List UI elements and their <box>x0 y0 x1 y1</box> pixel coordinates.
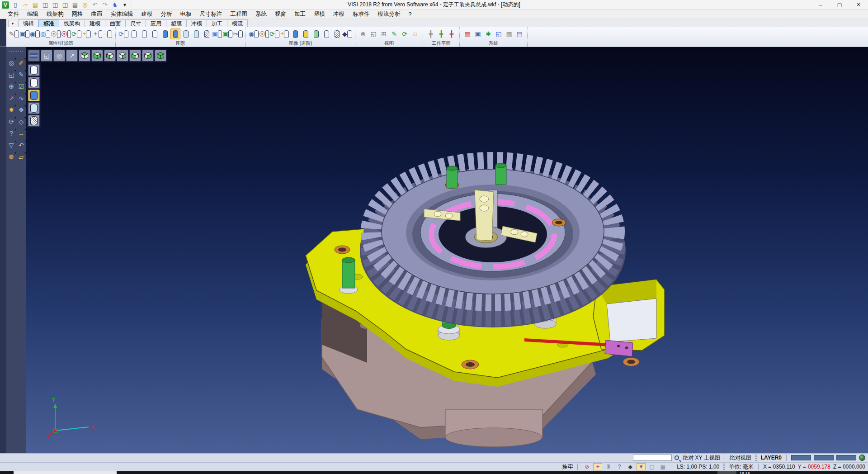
copy-view-icon[interactable]: ▣ <box>212 28 222 39</box>
shield-icon[interactable]: ◆ <box>342 28 352 39</box>
color-swatch[interactable] <box>836 455 856 460</box>
dynamic-pan-icon[interactable]: ✎ <box>389 28 399 39</box>
paste-view-icon[interactable]: ▣ <box>222 28 232 39</box>
hatch-mode-icon[interactable] <box>202 28 212 39</box>
refresh-model-icon[interactable]: ⟳ <box>6 117 16 127</box>
view-bottom-icon[interactable] <box>91 50 103 62</box>
save-icon[interactable]: ◫ <box>41 1 50 9</box>
edit-trim-icon[interactable]: ✐ <box>16 58 26 68</box>
import-file-icon[interactable]: ▤ <box>31 1 40 9</box>
ribbon-tab[interactable]: 标准 <box>38 19 59 27</box>
menu-item[interactable]: 塑模 <box>310 10 329 19</box>
menu-item[interactable]: 视窗 <box>271 10 290 19</box>
refresh-view-icon[interactable]: ⟳ <box>400 28 410 39</box>
show-entities-icon[interactable]: ◉ <box>30 28 40 39</box>
solid-cube-icon[interactable]: ◇ <box>16 117 26 127</box>
grid-settings-icon[interactable]: ▦ <box>504 28 514 39</box>
workplane-standard-icon[interactable]: ╋ <box>426 28 436 39</box>
axes-triad-icon[interactable]: ↗ <box>6 93 16 103</box>
close-button[interactable]: ✕ <box>849 0 868 10</box>
open-file-icon[interactable]: ▱ <box>21 1 30 9</box>
layer-manager-icon[interactable]: ▤ <box>514 28 524 39</box>
menu-item[interactable]: 标准件 <box>349 10 374 19</box>
menu-item[interactable]: 线架构 <box>42 10 68 19</box>
solid-white-icon[interactable] <box>321 28 331 39</box>
menu-item[interactable]: 曲面 <box>87 10 107 19</box>
qat-dropdown-icon[interactable]: ▾ <box>120 1 129 9</box>
measure-icon[interactable]: ↔ <box>16 128 26 138</box>
ribbon-tab[interactable]: 加工 <box>207 19 227 27</box>
workplane-entity-icon[interactable]: ╋ <box>436 28 446 39</box>
screen-config-icon[interactable]: ▣ <box>473 28 483 39</box>
advanced-toggle-icon[interactable]: ± <box>280 28 290 39</box>
render-smile-icon[interactable]: ☺ <box>410 28 420 39</box>
view-orientation-label[interactable]: 绝对 XY 上视图 <box>683 454 720 462</box>
attributes-paint-icon[interactable]: ✸ <box>6 105 16 115</box>
view-top-icon[interactable] <box>79 50 90 62</box>
view-mode-label[interactable]: 绝对视图 <box>730 454 751 462</box>
menu-item[interactable]: 分析 <box>157 10 176 19</box>
gem-snap-icon[interactable]: ◆ <box>626 463 635 470</box>
shade-solid-icon[interactable] <box>28 90 40 101</box>
menu-item[interactable]: 系统 <box>251 10 271 19</box>
menu-item[interactable]: 加工 <box>290 10 310 19</box>
menu-item[interactable]: ? <box>405 10 416 19</box>
open-dock-icon[interactable]: ▱ <box>16 152 26 162</box>
help-icon[interactable]: ? <box>6 128 16 138</box>
zoom-window-icon[interactable]: ◱ <box>368 28 378 39</box>
attribute-image-icon[interactable]: ▣ <box>19 28 29 39</box>
spline-icon[interactable]: ∿ <box>16 93 26 103</box>
ribbon-tab[interactable]: 冲模 <box>186 19 207 27</box>
flat-mode-icon[interactable] <box>191 28 201 39</box>
solid-blue-icon[interactable] <box>290 28 300 39</box>
filter-traffic-2-icon[interactable]: ⦿ <box>61 28 71 39</box>
wireframe-hidden-mode-icon[interactable] <box>139 28 149 39</box>
search-icon[interactable] <box>675 455 679 460</box>
advanced-show-icon[interactable]: ◉ <box>249 28 259 39</box>
ribbon-tab[interactable]: 建模 <box>85 19 105 27</box>
menu-item[interactable]: 工程图 <box>226 10 252 19</box>
menu-item[interactable]: 冲模 <box>329 10 349 19</box>
shade-hidden-line-icon[interactable] <box>28 77 40 89</box>
undo-icon[interactable]: ↶ <box>90 1 99 9</box>
undo-dock-icon[interactable]: ↶ <box>16 140 26 150</box>
shade-hatch-icon[interactable] <box>28 115 40 127</box>
menu-item[interactable]: 实体编辑 <box>107 10 137 19</box>
ribbon-tab[interactable]: 塑膜 <box>166 19 187 27</box>
save-as-icon[interactable]: ◫ <box>51 1 60 9</box>
toggle-visibility-icon[interactable]: ± <box>82 28 92 39</box>
view-frame-icon[interactable]: ⊞ <box>379 28 389 39</box>
system-settings-icon[interactable]: ✱ <box>483 28 493 39</box>
navigation-wheel-icon[interactable]: ☸ <box>6 152 16 162</box>
toolbar-handle-icon[interactable] <box>28 50 40 62</box>
refresh-visibility-icon[interactable]: ⟳ <box>71 28 81 39</box>
wireframe-dashed-mode-icon[interactable] <box>150 28 160 39</box>
status-help-icon[interactable]: ? <box>615 463 624 470</box>
active-layer-label[interactable]: LAYER0 <box>761 455 782 461</box>
menu-item[interactable]: 模流分析 <box>374 10 405 19</box>
minimize-button[interactable]: ─ <box>811 0 830 10</box>
fit-view-icon[interactable]: ◱ <box>41 50 52 62</box>
redo-icon[interactable]: ↷ <box>100 1 109 9</box>
taskbar-app-button[interactable] <box>14 471 117 474</box>
ribbon-tab[interactable]: 编辑 <box>18 19 39 27</box>
solid-hatch-icon[interactable] <box>332 28 342 39</box>
advanced-filter-icon[interactable]: ⦿ <box>259 28 269 39</box>
remove-filter-icon[interactable]: − <box>103 28 113 39</box>
validate-icon[interactable]: ☑ <box>16 81 26 91</box>
menu-item[interactable]: 电极 <box>176 10 196 19</box>
zoom-view-icon[interactable]: ◎ <box>53 50 65 62</box>
workplane-view-icon[interactable]: ╋ <box>447 28 457 39</box>
tab-dropdown-button[interactable]: ▼ <box>8 20 17 27</box>
snap-lock-label[interactable]: 拴牢 <box>562 463 573 471</box>
maximize-button[interactable]: ▢ <box>830 0 849 10</box>
print-icon[interactable]: ▤ <box>71 1 80 9</box>
taskbar-tray-button[interactable] <box>717 471 736 474</box>
filter-traffic-icon[interactable]: ⦿ <box>51 28 61 39</box>
solid-snap-icon[interactable]: ▼ <box>637 463 646 470</box>
zoom-solid-icon[interactable]: ⊕ <box>6 81 16 91</box>
globe-icon[interactable] <box>859 455 865 461</box>
windows-tile-icon[interactable]: ❖ <box>16 105 26 115</box>
3d-viewport[interactable]: ◱◎↗ <box>26 47 868 453</box>
new-file-icon[interactable]: ▯ <box>11 1 20 9</box>
